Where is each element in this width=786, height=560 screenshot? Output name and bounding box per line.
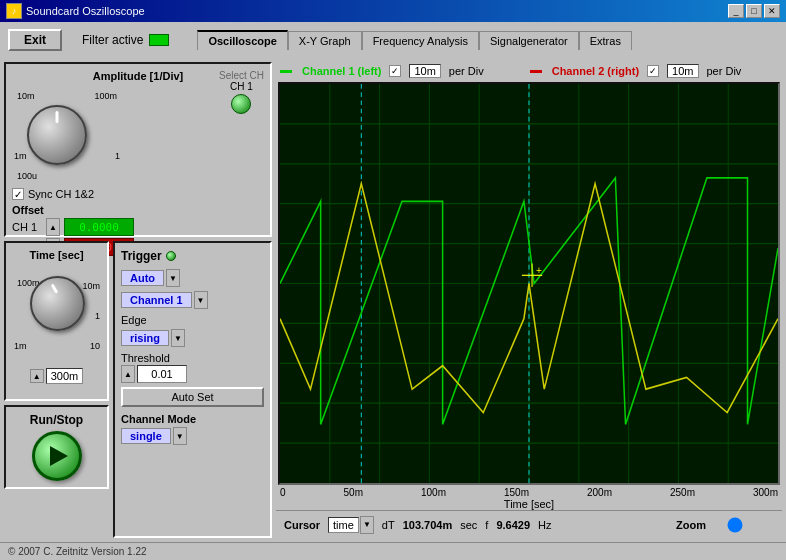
trigger-title: Trigger bbox=[121, 249, 264, 263]
copyright-bar: © 2007 C. Zeitnitz Version 1.22 bbox=[0, 542, 786, 560]
f-label: f bbox=[485, 519, 488, 531]
select-ch-area: Select CH CH 1 bbox=[219, 70, 264, 116]
trigger-edge-arrow[interactable]: ▼ bbox=[171, 329, 185, 347]
zoom-slider[interactable] bbox=[714, 519, 774, 531]
sync-checkbox[interactable]: ✓ bbox=[12, 188, 24, 200]
time-label-1m: 1m bbox=[14, 341, 27, 351]
time-spin-btn[interactable]: ▲ bbox=[30, 369, 44, 383]
ch2-per-div[interactable]: 10m bbox=[667, 64, 698, 78]
filter-active-indicator: Filter active bbox=[82, 33, 169, 47]
top-bar: Exit Filter active Oscilloscope X-Y Grap… bbox=[0, 22, 786, 58]
trigger-mode-arrow[interactable]: ▼ bbox=[166, 269, 180, 287]
run-stop-button[interactable] bbox=[32, 431, 82, 481]
exit-button[interactable]: Exit bbox=[8, 29, 62, 51]
cursor-type-dropdown: time ▼ bbox=[328, 516, 374, 534]
svg-text:+: + bbox=[536, 263, 542, 276]
time-knob[interactable] bbox=[30, 276, 85, 331]
trigger-mode-value[interactable]: Auto bbox=[121, 270, 164, 286]
time-title: Time [sec] bbox=[12, 249, 101, 261]
amp-label-1m: 1m bbox=[14, 151, 27, 161]
x-tick-100m: 100m bbox=[421, 487, 446, 498]
ch2-per-div-unit: per Div bbox=[707, 65, 742, 77]
channel-mode-value[interactable]: single bbox=[121, 428, 171, 444]
minimize-button[interactable]: _ bbox=[728, 4, 744, 18]
threshold-value: 0.01 bbox=[137, 365, 187, 383]
close-button[interactable]: ✕ bbox=[764, 4, 780, 18]
select-ch-label: Select CH bbox=[219, 70, 264, 81]
time-label-10m: 10m bbox=[82, 281, 100, 291]
run-stop-panel: Run/Stop bbox=[4, 405, 109, 489]
dt-label: dT bbox=[382, 519, 395, 531]
trigger-edge-row: rising ▼ bbox=[121, 329, 264, 347]
x-tick-50m: 50m bbox=[344, 487, 363, 498]
window-title: Soundcard Oszilloscope bbox=[26, 5, 145, 17]
x-tick-300m: 300m bbox=[753, 487, 778, 498]
cursor-type-value[interactable]: time bbox=[328, 517, 359, 533]
main-window: Exit Filter active Oscilloscope X-Y Grap… bbox=[0, 22, 786, 560]
auto-set-button[interactable]: Auto Set bbox=[121, 387, 264, 407]
amp-label-1: 1 bbox=[115, 151, 120, 161]
app-icon: ♪ bbox=[6, 3, 22, 19]
offset-label: Offset bbox=[12, 204, 264, 216]
time-label-10: 10 bbox=[90, 341, 100, 351]
copyright-text: © 2007 C. Zeitnitz Version 1.22 bbox=[8, 546, 147, 557]
channel-mode-label: Channel Mode bbox=[121, 413, 264, 425]
ch1-checkbox[interactable]: ✓ bbox=[389, 65, 401, 77]
maximize-button[interactable]: □ bbox=[746, 4, 762, 18]
channel-mode-arrow[interactable]: ▼ bbox=[173, 427, 187, 445]
tab-xy-graph[interactable]: X-Y Graph bbox=[288, 31, 362, 50]
channel-mode-row: single ▼ bbox=[121, 427, 264, 445]
bottom-bar: Cursor time ▼ dT 103.704m sec f 9.6429 H… bbox=[276, 510, 782, 538]
cursor-type-arrow[interactable]: ▼ bbox=[360, 516, 374, 534]
threshold-spin-btn[interactable]: ▲ bbox=[121, 365, 135, 383]
scope-svg: + bbox=[280, 84, 778, 483]
offset-ch1-value[interactable]: 0.0000 bbox=[64, 218, 134, 236]
sync-label: Sync CH 1&2 bbox=[28, 188, 94, 200]
trigger-channel-value[interactable]: Channel 1 bbox=[121, 292, 192, 308]
x-axis-labels: 0 50m 100m 150m 200m 250m 300m bbox=[276, 487, 782, 498]
dt-unit: sec bbox=[460, 519, 477, 531]
time-panel: Time [sec] 100m 10m 1m 1 10 ▲ bbox=[4, 241, 109, 401]
filter-active-label: Filter active bbox=[82, 33, 143, 47]
title-bar: ♪ Soundcard Oszilloscope _ □ ✕ bbox=[0, 0, 786, 22]
ch1-per-div-unit: per Div bbox=[449, 65, 484, 77]
cursor-label: Cursor bbox=[284, 519, 320, 531]
tab-bar: Oscilloscope X-Y Graph Frequency Analysi… bbox=[189, 30, 640, 50]
run-stop-label: Run/Stop bbox=[12, 413, 101, 427]
f-value: 9.6429 bbox=[496, 519, 530, 531]
x-tick-0: 0 bbox=[280, 487, 286, 498]
trigger-edge-value[interactable]: rising bbox=[121, 330, 169, 346]
trigger-mode-row: Auto ▼ bbox=[121, 269, 264, 287]
amp-label-10m: 10m bbox=[17, 91, 35, 101]
sync-row: ✓ Sync CH 1&2 bbox=[12, 188, 264, 200]
x-tick-200m: 200m bbox=[587, 487, 612, 498]
amp-label-100m: 100m bbox=[94, 91, 117, 101]
trigger-channel-row: Channel 1 ▼ bbox=[121, 291, 264, 309]
x-axis-title: Time [sec] bbox=[276, 498, 782, 510]
filter-active-led bbox=[149, 34, 169, 46]
ch1-per-div[interactable]: 10m bbox=[409, 64, 440, 78]
offset-ch1-spin-btn[interactable]: ▲ bbox=[46, 218, 60, 236]
time-value: 300m bbox=[46, 368, 84, 384]
channel-row: Channel 1 (left) ✓ 10m per Div Channel 2… bbox=[276, 62, 782, 80]
zoom-label: Zoom bbox=[676, 519, 706, 531]
edge-label: Edge bbox=[121, 314, 264, 326]
f-unit: Hz bbox=[538, 519, 551, 531]
ch1-name: Channel 1 (left) bbox=[302, 65, 381, 77]
amplitude-knob[interactable] bbox=[27, 105, 87, 165]
ch1-led bbox=[231, 94, 251, 114]
tab-oscilloscope[interactable]: Oscilloscope bbox=[197, 30, 287, 50]
play-icon bbox=[50, 446, 68, 466]
amplitude-panel: Amplitude [1/Div] 10m 100m 1 100u 1m bbox=[4, 62, 272, 237]
tab-frequency-analysis[interactable]: Frequency Analysis bbox=[362, 31, 479, 50]
tab-signalgenerator[interactable]: Signalgenerator bbox=[479, 31, 579, 50]
offset-ch1-label: CH 1 bbox=[12, 221, 42, 233]
ch2-checkbox[interactable]: ✓ bbox=[647, 65, 659, 77]
scope-display: + bbox=[278, 82, 780, 485]
amp-label-100u: 100u bbox=[17, 171, 37, 181]
dt-value: 103.704m bbox=[403, 519, 453, 531]
trigger-channel-arrow[interactable]: ▼ bbox=[194, 291, 208, 309]
tab-extras[interactable]: Extras bbox=[579, 31, 632, 50]
time-label-1: 1 bbox=[95, 311, 100, 321]
left-panel: Amplitude [1/Div] 10m 100m 1 100u 1m bbox=[4, 62, 272, 538]
